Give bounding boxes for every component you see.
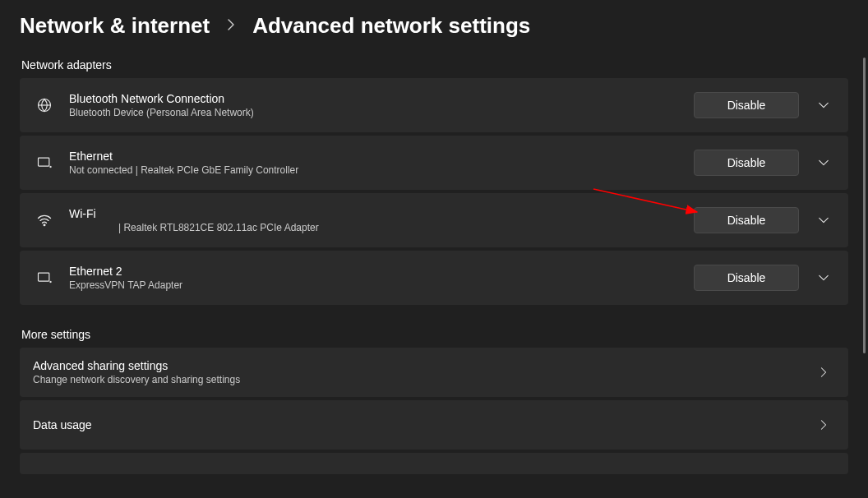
adapter-row[interactable]: Ethernet Not connected | Realtek PCIe Gb…	[20, 136, 848, 190]
chevron-down-icon[interactable]	[812, 266, 835, 289]
more-settings-row[interactable]: Advanced sharing settings Change network…	[20, 348, 848, 397]
adapter-subtitle: | Realtek RTL8821CE 802.11ac PCIe Adapte…	[69, 222, 694, 233]
wifi-icon	[35, 212, 54, 228]
globe-icon	[35, 97, 54, 113]
adapter-subtitle: ExpressVPN TAP Adapter	[69, 279, 694, 291]
more-settings-row[interactable]	[20, 453, 848, 474]
page-title: Advanced network settings	[252, 13, 530, 39]
chevron-down-icon[interactable]	[812, 209, 835, 232]
disable-button[interactable]: Disable	[694, 265, 799, 291]
adapter-subtitle: Not connected | Realtek PCIe GbE Family …	[69, 164, 694, 176]
adapter-subtitle: Bluetooth Device (Personal Area Network)	[69, 107, 694, 118]
adapter-title: Ethernet 2	[69, 265, 694, 278]
adapter-row[interactable]: Bluetooth Network Connection Bluetooth D…	[20, 78, 848, 132]
chevron-right-icon[interactable]	[812, 361, 835, 384]
more-row-title: Data usage	[33, 418, 812, 431]
section-title-more: More settings	[21, 328, 848, 341]
more-row-title: Advanced sharing settings	[33, 359, 812, 372]
adapter-title: Wi-Fi	[69, 207, 694, 220]
disable-button[interactable]: Disable	[694, 150, 799, 176]
monitor-icon	[35, 270, 54, 286]
monitor-icon	[35, 154, 54, 171]
breadcrumb-parent[interactable]: Network & internet	[20, 13, 210, 39]
adapter-row[interactable]: Ethernet 2 ExpressVPN TAP Adapter Disabl…	[20, 251, 848, 305]
chevron-down-icon[interactable]	[812, 151, 835, 174]
chevron-right-icon[interactable]	[812, 413, 835, 436]
adapter-title: Bluetooth Network Connection	[69, 92, 694, 105]
scrollbar-thumb[interactable]	[863, 58, 866, 353]
disable-button[interactable]: Disable	[694, 207, 799, 233]
adapter-title: Ethernet	[69, 150, 694, 163]
chevron-right-icon	[224, 18, 238, 35]
more-settings-row[interactable]: Data usage	[20, 400, 848, 450]
more-row-subtitle: Change network discovery and sharing set…	[33, 374, 812, 385]
breadcrumb: Network & internet Advanced network sett…	[20, 12, 848, 39]
scrollbar[interactable]	[863, 58, 866, 353]
section-title-adapters: Network adapters	[21, 58, 848, 71]
svg-point-2	[44, 224, 45, 226]
disable-button[interactable]: Disable	[694, 92, 799, 118]
chevron-down-icon[interactable]	[812, 94, 835, 117]
svg-rect-1	[39, 158, 49, 166]
svg-rect-3	[39, 273, 49, 281]
adapter-row[interactable]: Wi-Fi | Realtek RTL8821CE 802.11ac PCIe …	[20, 193, 848, 247]
